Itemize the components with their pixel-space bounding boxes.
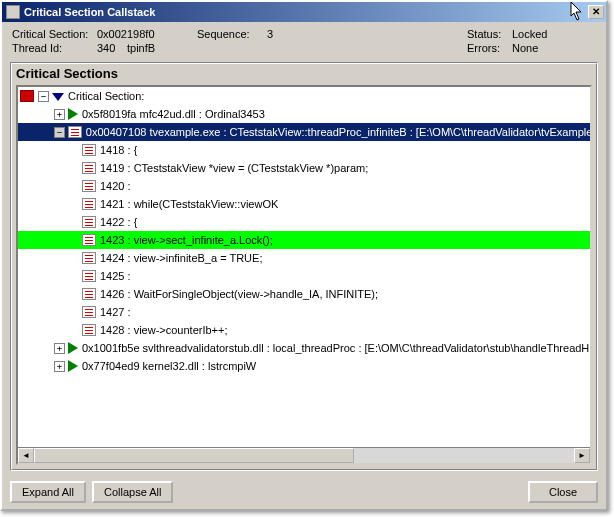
collapse-toggle[interactable]: − xyxy=(54,127,65,138)
file-icon xyxy=(82,234,96,246)
expand-all-button[interactable]: Expand All xyxy=(10,481,86,503)
file-icon xyxy=(82,180,96,192)
sequence-label: Sequence: xyxy=(197,28,267,40)
scroll-left-icon[interactable]: ◄ xyxy=(18,448,34,463)
errors-label: Errors: xyxy=(467,42,512,54)
tree-row[interactable]: + 0x5f8019fa mfc42ud.dll : Ordinal3453 xyxy=(18,105,590,123)
scroll-thumb[interactable] xyxy=(34,448,354,463)
tree-row[interactable]: 1422 : { xyxy=(18,213,590,231)
file-icon xyxy=(68,126,82,138)
critical-section-value: 0x002198f0 xyxy=(97,28,177,40)
tree-row[interactable]: 1424 : view->infiniteB_a = TRUE; xyxy=(18,249,590,267)
stop-icon xyxy=(20,90,34,102)
app-icon xyxy=(6,5,20,19)
status-value: Locked xyxy=(512,28,547,40)
tree-row[interactable]: 1428 : view->counterIb++; xyxy=(18,321,590,339)
file-icon xyxy=(82,198,96,210)
group-frame: Critical Sections − Critical Section: + … xyxy=(10,62,598,471)
scroll-track[interactable] xyxy=(34,448,574,463)
sequence-value: 3 xyxy=(267,28,347,40)
tree-row[interactable]: 1418 : { xyxy=(18,141,590,159)
file-icon xyxy=(82,324,96,336)
collapse-all-button[interactable]: Collapse All xyxy=(92,481,173,503)
critical-section-label: Critical Section: xyxy=(12,28,97,40)
collapse-toggle[interactable]: − xyxy=(38,91,49,102)
play-icon xyxy=(68,108,78,120)
play-icon xyxy=(68,360,78,372)
file-icon xyxy=(82,144,96,156)
tree-row[interactable]: + 0x1001fb5e svlthreadvalidatorstub.dll … xyxy=(18,339,590,357)
status-label: Status: xyxy=(467,28,512,40)
tree-row[interactable]: 1419 : CTeststakView *view = (CTeststakV… xyxy=(18,159,590,177)
file-icon xyxy=(82,288,96,300)
window-title: Critical Section Callstack xyxy=(24,6,588,18)
close-icon[interactable]: ✕ xyxy=(588,5,604,19)
close-button[interactable]: Close xyxy=(528,481,598,503)
errors-value: None xyxy=(512,42,538,54)
expand-toggle[interactable]: + xyxy=(54,343,65,354)
titlebar[interactable]: Critical Section Callstack ✕ xyxy=(2,2,606,22)
horizontal-scrollbar[interactable]: ◄ ► xyxy=(18,447,590,463)
file-icon xyxy=(82,162,96,174)
scroll-right-icon[interactable]: ► xyxy=(574,448,590,463)
play-icon xyxy=(68,342,78,354)
tree-row[interactable]: 1421 : while(CTeststakView::viewOK xyxy=(18,195,590,213)
button-bar: Expand All Collapse All Close xyxy=(2,475,606,509)
file-icon xyxy=(82,216,96,228)
expand-toggle[interactable]: + xyxy=(54,109,65,120)
tree-row-highlight[interactable]: 1423 : view->sect_infinite_a.Lock(); xyxy=(18,231,590,249)
thread-id-value: 340 xyxy=(97,42,127,54)
group-title: Critical Sections xyxy=(12,64,596,85)
root-label: Critical Section: xyxy=(68,90,144,102)
tree-row[interactable]: 1420 : xyxy=(18,177,590,195)
tree-row[interactable]: 1426 : WaitForSingleObject(view->handle_… xyxy=(18,285,590,303)
thread-name: tpinfB xyxy=(127,42,177,54)
file-icon xyxy=(82,252,96,264)
tree-row[interactable]: 1425 : xyxy=(18,267,590,285)
expand-toggle[interactable]: + xyxy=(54,361,65,372)
file-icon xyxy=(82,306,96,318)
file-icon xyxy=(82,270,96,282)
window: Critical Section Callstack ✕ Critical Se… xyxy=(0,0,608,511)
seq-spacer xyxy=(197,42,267,54)
tree-row[interactable]: + 0x77f04ed9 kernel32.dll : lstrcmpiW xyxy=(18,357,590,375)
tree-row-selected[interactable]: − 0x00407108 tvexample.exe : CTeststakVi… xyxy=(18,123,590,141)
tree-root[interactable]: − Critical Section: xyxy=(18,87,590,105)
tree-row[interactable]: 1427 : xyxy=(18,303,590,321)
tree-view[interactable]: − Critical Section: + 0x5f8019fa mfc42ud… xyxy=(16,85,592,465)
thread-id-label: Thread Id: xyxy=(12,42,97,54)
down-arrow-icon xyxy=(52,93,64,101)
info-panel: Critical Section: 0x002198f0 Sequence: 3… xyxy=(2,22,606,60)
